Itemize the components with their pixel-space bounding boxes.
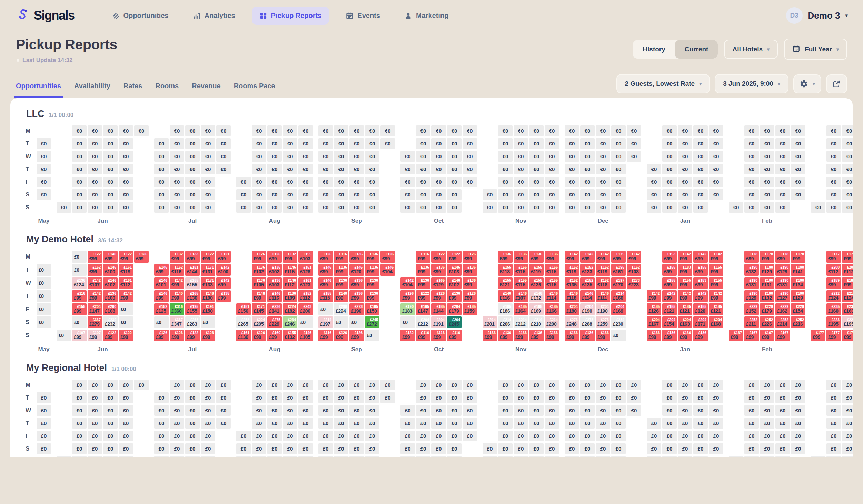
rate-cell[interactable]: £200£112	[826, 264, 841, 276]
rate-cell[interactable]: £0	[596, 431, 610, 441]
rate-cell[interactable]: £136£99	[514, 330, 528, 341]
rate-cell[interactable]: £214£197	[318, 316, 333, 328]
rate-cell[interactable]: €0	[252, 189, 266, 200]
rate-cell[interactable]: £0	[811, 456, 825, 457]
rate-cell[interactable]: £0	[514, 418, 528, 429]
rate-cell[interactable]: £0	[236, 456, 251, 457]
rate-cell[interactable]: €0	[565, 125, 579, 136]
rate-cell[interactable]: €0	[103, 125, 118, 136]
rate-cell[interactable]: £298£294	[334, 303, 348, 315]
rate-cell[interactable]: £0	[72, 264, 87, 276]
rate-cell[interactable]: £0	[744, 392, 759, 403]
rate-cell[interactable]: £167£99	[744, 330, 759, 341]
rate-cell[interactable]: £0	[463, 380, 477, 390]
rate-cell[interactable]: £0	[596, 418, 610, 429]
rate-cell[interactable]: £204£212	[416, 316, 430, 328]
rate-cell[interactable]: £178£99	[760, 251, 774, 263]
rate-cell[interactable]: £136£99	[498, 330, 513, 341]
rate-cell[interactable]: €0	[201, 189, 215, 200]
rate-cell[interactable]: £0	[678, 380, 692, 390]
rate-cell[interactable]: £146£115	[283, 264, 297, 276]
rate-cell[interactable]: €0	[400, 202, 415, 213]
rate-cell[interactable]: £0	[72, 418, 87, 429]
rate-cell[interactable]: £0	[349, 316, 364, 328]
rate-cell[interactable]: €0	[416, 177, 430, 187]
rate-cell[interactable]: €0	[201, 177, 215, 187]
rate-cell[interactable]: £0	[201, 431, 215, 441]
rate-cell[interactable]: €0	[611, 189, 626, 200]
rate-cell[interactable]: £146£105	[298, 330, 313, 341]
rate-cell[interactable]: £155£132	[283, 330, 297, 341]
rate-cell[interactable]: £0	[103, 443, 118, 454]
rate-cell[interactable]: £165£136	[185, 290, 200, 302]
rate-cell[interactable]: £0	[545, 418, 559, 429]
rate-cell[interactable]: £142£99	[693, 251, 708, 263]
rate-cell[interactable]: €0	[365, 177, 379, 187]
rate-cell[interactable]: £122£99	[103, 330, 118, 341]
rate-cell[interactable]: £0	[37, 303, 51, 315]
rate-cell[interactable]: £0	[72, 456, 87, 457]
rate-cell[interactable]: £189£99	[842, 277, 853, 289]
rate-cell[interactable]: £0	[662, 443, 677, 454]
rate-cell[interactable]: £155£99	[662, 277, 677, 289]
rate-cell[interactable]: €0	[662, 189, 677, 200]
rate-cell[interactable]: £0	[662, 392, 677, 403]
rate-cell[interactable]: £0	[498, 392, 513, 403]
rate-cell[interactable]: €0	[529, 202, 544, 213]
rate-cell[interactable]: £190£127	[775, 290, 790, 302]
rate-cell[interactable]: €0	[416, 202, 430, 213]
rate-cell[interactable]: €0	[811, 202, 825, 213]
rate-cell[interactable]: £126£99	[201, 330, 215, 341]
rate-cell[interactable]: £223£195	[826, 316, 841, 328]
rate-cell[interactable]: €0	[693, 202, 708, 213]
rate-cell[interactable]: £161£123	[298, 277, 313, 289]
rate-cell[interactable]: £0	[185, 380, 200, 390]
rate-cell[interactable]: €0	[201, 125, 215, 136]
rate-cell[interactable]: €0	[693, 151, 708, 162]
rate-cell[interactable]: £136£99	[662, 330, 677, 341]
rate-cell[interactable]: €0	[447, 151, 462, 162]
rate-cell[interactable]: £243£206	[298, 303, 313, 315]
rate-cell[interactable]: £0	[365, 431, 379, 441]
rate-cell[interactable]: €0	[826, 202, 841, 213]
rate-cell[interactable]: £212£124	[826, 290, 841, 302]
rate-cell[interactable]: £252£226	[760, 316, 774, 328]
rate-cell[interactable]: £0	[580, 443, 595, 454]
rate-cell[interactable]: £224£205	[252, 316, 266, 328]
rate-cell[interactable]: £0	[298, 443, 313, 454]
rate-cell[interactable]: £0	[529, 405, 544, 416]
rate-cell[interactable]: €0	[463, 125, 477, 136]
rate-cell[interactable]: €0	[596, 151, 610, 162]
rate-cell[interactable]: £0	[119, 443, 133, 454]
rate-cell[interactable]: €0	[103, 189, 118, 200]
rate-cell[interactable]: £0	[565, 418, 579, 429]
rate-cell[interactable]: £0	[529, 392, 544, 403]
rate-cell[interactable]: €0	[252, 202, 266, 213]
rate-cell[interactable]: €0	[627, 151, 641, 162]
rate-cell[interactable]: £0	[88, 380, 102, 390]
rate-cell[interactable]: €0	[709, 138, 723, 149]
rate-cell[interactable]: £0	[88, 456, 102, 457]
rate-cell[interactable]: €0	[565, 164, 579, 174]
rate-cell[interactable]: £190£129	[744, 290, 759, 302]
rate-cell[interactable]: £0	[119, 405, 133, 416]
rate-cell[interactable]: €0	[775, 125, 790, 136]
rate-cell[interactable]: £204£171	[693, 316, 708, 328]
rate-cell[interactable]: £126£99	[170, 330, 184, 341]
rate-cell[interactable]: £136£99	[365, 277, 379, 289]
rate-cell[interactable]: €0	[514, 177, 528, 187]
rate-cell[interactable]: £0	[647, 418, 661, 429]
rate-cell[interactable]: £140£99	[103, 251, 118, 263]
rate-cell[interactable]: £142£99	[627, 251, 641, 263]
rate-cell[interactable]: £0	[103, 418, 118, 429]
rate-cell[interactable]: £0	[432, 380, 446, 390]
rate-cell[interactable]: £0	[334, 418, 348, 429]
rate-cell[interactable]: £0	[37, 405, 51, 416]
rate-cell[interactable]: €0	[744, 177, 759, 187]
rate-cell[interactable]: £0	[596, 380, 610, 390]
rate-cell[interactable]: £0	[119, 431, 133, 441]
rate-cell[interactable]: £0	[318, 456, 333, 457]
rate-cell[interactable]: £0	[709, 418, 723, 429]
rate-cell[interactable]: €0	[596, 189, 610, 200]
rate-cell[interactable]: £0	[88, 418, 102, 429]
